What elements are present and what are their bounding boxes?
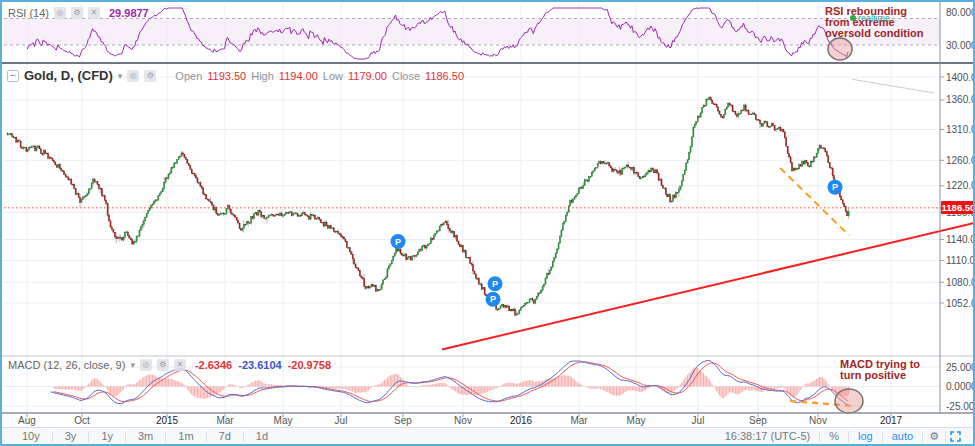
macd-axis-label: 25.0000 — [946, 362, 975, 373]
price-axis-label: 1080.00 — [946, 277, 975, 288]
p-marker[interactable]: P — [828, 180, 843, 195]
range-button-3m[interactable]: 3m — [126, 430, 165, 442]
time-label: 2017 — [880, 415, 902, 426]
macd-histogram — [54, 367, 849, 398]
p-marker[interactable]: P — [486, 292, 501, 307]
time-axis[interactable]: AugOct2015MarMayJulSepNov2016MarMayJulSe… — [2, 415, 940, 427]
eye-icon[interactable]: ◎ — [54, 7, 66, 19]
rsi-title[interactable]: RSI (14) — [8, 7, 49, 19]
close-icon[interactable]: ✕ — [88, 7, 100, 19]
range-button-1m[interactable]: 1m — [166, 430, 205, 442]
toolbar-right-group: 16:38:17 (UTC-5) % log auto ⚙ — [716, 428, 965, 444]
time-label: 2016 — [510, 415, 532, 426]
chevron-down-icon[interactable]: ▾ — [130, 360, 135, 370]
svg-text:P: P — [395, 237, 401, 247]
falling-orange-dashed[interactable] — [780, 168, 849, 235]
rsi-band — [4, 19, 940, 46]
eye-icon[interactable]: ◎ — [140, 359, 152, 371]
price-axis-label: 1110.00 — [946, 255, 975, 266]
realtime-label: realtime — [858, 13, 890, 23]
low-value: 1179.00 — [348, 70, 387, 82]
open-value: 1193.50 — [207, 70, 246, 82]
close-label: Close — [392, 70, 420, 82]
price-axis-label: 1052.00 — [946, 298, 975, 309]
last-price-tag: 1186.50 — [941, 201, 975, 214]
price-axis-label: 1140.00 — [946, 234, 975, 245]
time-label: May — [627, 415, 646, 426]
symbol-header: − Gold, D, (CFD) ▾ ◎ ⚙ Open 1193.50 High… — [7, 68, 464, 83]
time-label: Nov — [454, 415, 472, 426]
ohlc-readout: Open 1193.50 High 1194.00 Low 1179.00 Cl… — [175, 70, 464, 82]
symbol-title[interactable]: Gold, D, (CFD) — [24, 68, 113, 83]
macd-line-value: -23.6104 — [238, 359, 281, 371]
svg-text:P: P — [492, 279, 498, 289]
rsi-oversold-circle[interactable] — [828, 38, 852, 60]
fullscreen-icon — [950, 431, 961, 442]
macd-values: -2.6346 -23.6104 -20.9758 — [195, 359, 331, 371]
price-axis-label: 1220.00 — [946, 180, 975, 191]
time-label: Jul — [335, 415, 348, 426]
time-label: May — [274, 415, 293, 426]
gray-trendline[interactable] — [852, 79, 934, 93]
svg-text:P: P — [832, 182, 838, 192]
settings-gear-button[interactable]: ⚙ — [923, 430, 945, 443]
time-label: Mar — [570, 415, 587, 426]
macd-header: MACD (12, 26, close, 9) ▾ ◎ ⚙ ✕ -2.6346 … — [8, 359, 331, 371]
clock-readout[interactable]: 16:38:17 (UTC-5) — [716, 430, 820, 442]
realtime-dot-icon — [850, 15, 856, 21]
svg-text:P: P — [490, 294, 496, 304]
chevron-down-icon[interactable]: ▾ — [118, 71, 123, 81]
time-label: Aug — [18, 415, 36, 426]
high-label: High — [251, 70, 274, 82]
macd-axis-label: 0.0000 — [946, 381, 975, 392]
range-button-1d[interactable]: 1d — [244, 430, 280, 442]
auto-scale-button[interactable]: auto — [883, 430, 922, 442]
rsi-axis-label: 80.0000 — [946, 7, 975, 18]
price-axis-label: 1360.00 — [946, 94, 975, 105]
time-label: 2015 — [156, 415, 178, 426]
tradingview-chart-widget: PPPP RSI (14) ◎ ⚙ ✕ 29.9877 − Gold, D, (… — [0, 0, 975, 446]
macd-title[interactable]: MACD (12, 26, close, 9) — [8, 359, 125, 371]
range-button-1y[interactable]: 1y — [89, 430, 125, 442]
percent-scale-button[interactable]: % — [820, 430, 848, 442]
price-axis-label: 1260.00 — [946, 155, 975, 166]
rsi-value: 29.9877 — [109, 7, 149, 19]
high-value: 1194.00 — [279, 70, 318, 82]
fullscreen-button[interactable] — [946, 431, 965, 442]
macd-axis-label: -25.0000 — [946, 401, 975, 412]
collapse-panel-icon[interactable]: − — [7, 70, 19, 82]
macd-hist-value: -2.6346 — [195, 359, 232, 371]
gear-icon[interactable]: ⚙ — [71, 7, 83, 19]
macd-annotation[interactable]: MACD trying to turn positive — [840, 359, 940, 381]
close-icon[interactable]: ✕ — [174, 359, 186, 371]
time-label: Sep — [749, 415, 767, 426]
p-marker[interactable]: P — [391, 234, 406, 249]
price-axis-label: 1310.00 — [946, 124, 975, 135]
range-button-7d[interactable]: 7d — [207, 430, 243, 442]
log-scale-button[interactable]: log — [849, 430, 882, 442]
gear-icon[interactable]: ⚙ — [157, 359, 169, 371]
open-label: Open — [175, 70, 202, 82]
bottom-toolbar: 10y3y1y3m1m7d1d 16:38:17 (UTC-5) % log a… — [2, 427, 973, 444]
support-trendline[interactable] — [442, 222, 973, 349]
annotation-line: oversold condition — [825, 28, 937, 39]
time-label: Mar — [216, 415, 233, 426]
time-label: Sep — [394, 415, 412, 426]
range-button-3y[interactable]: 3y — [53, 430, 89, 442]
low-label: Low — [323, 70, 343, 82]
time-label: Nov — [809, 415, 827, 426]
rsi-header: RSI (14) ◎ ⚙ ✕ 29.9877 — [8, 7, 149, 19]
range-button-10y[interactable]: 10y — [10, 430, 52, 442]
close-value: 1186.50 — [425, 70, 464, 82]
range-button-group: 10y3y1y3m1m7d1d — [10, 428, 280, 444]
p-marker[interactable]: P — [488, 276, 503, 291]
price-axis-label: 1400.00 — [946, 72, 975, 83]
time-label: Oct — [74, 415, 90, 426]
time-label: Jul — [692, 415, 705, 426]
macd-signal-value: -20.9758 — [288, 359, 331, 371]
annotation-line: turn positive — [840, 370, 940, 381]
eye-icon[interactable]: ◎ — [127, 70, 139, 82]
macd-turn-circle[interactable] — [835, 389, 863, 413]
realtime-indicator: realtime — [850, 13, 890, 23]
gear-icon[interactable]: ⚙ — [144, 70, 156, 82]
